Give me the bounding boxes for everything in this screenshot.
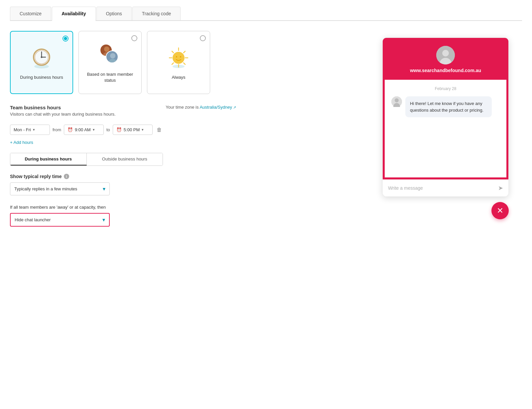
tab-availability[interactable]: Availability [52, 7, 95, 21]
tab-options[interactable]: Options [96, 7, 132, 20]
reply-time-label: Show typical reply time i [10, 174, 236, 179]
timezone-row: Your time zone is Australia/Sydney [166, 105, 236, 110]
chat-bubble: Hi there! Let me know if you have any qu… [405, 96, 492, 117]
chat-input[interactable]: Write a message [388, 185, 498, 191]
sub-tabs: During business hours Outside business h… [10, 153, 163, 166]
timezone-link[interactable]: Australia/Sydney [200, 105, 236, 110]
chat-preview: www.searchandbefound.com.au February 28 … [382, 38, 509, 197]
card-always[interactable]: Always [147, 31, 210, 94]
tabs-bar: Customize Availability Options Tracking … [10, 7, 522, 21]
days-dropdown[interactable]: Mon - Fri ▾ [10, 125, 50, 135]
hide-launcher-arrow: ▾ [102, 217, 105, 223]
card-business-hours-label: During business hours [20, 74, 63, 80]
card-business-hours[interactable]: During business hours [10, 31, 73, 94]
days-dropdown-arrow: ▾ [33, 128, 35, 132]
clock-small-icon: ⏰ [67, 127, 73, 132]
chat-url: www.searchandbefound.com.au [410, 68, 481, 73]
chat-message-row: Hi there! Let me know if you have any qu… [391, 96, 500, 117]
chat-header: www.searchandbefound.com.au [383, 38, 508, 80]
sub-tab-outside[interactable]: Outside business hours [87, 153, 163, 165]
radio-always [200, 35, 206, 41]
business-hours-section: Team business hours Visitors can chat wi… [10, 105, 236, 153]
add-hours-link[interactable]: + Add hours [10, 140, 33, 145]
send-icon[interactable]: ➤ [498, 184, 503, 192]
svg-point-23 [442, 50, 449, 56]
hours-row: Mon - Fri ▾ from ⏰ 9:00 AM ▾ to ⏰ 5:00 P… [10, 125, 236, 135]
away-label: If all team members are 'away' or at cap… [10, 205, 236, 210]
reply-time-info-icon[interactable]: i [64, 174, 69, 179]
reply-time-arrow: ▾ [103, 186, 105, 192]
tab-customize[interactable]: Customize [10, 7, 51, 20]
delete-hours-button[interactable]: 🗑 [155, 126, 163, 134]
to-label: to [106, 127, 110, 132]
left-panel: During business hours [10, 31, 236, 227]
hide-launcher-dropdown[interactable]: Hide chat launcher ▾ [10, 213, 110, 227]
svg-point-6 [104, 47, 109, 52]
chat-body: February 28 Hi there! Let me know if you… [383, 80, 508, 179]
team-status-icon [97, 42, 123, 68]
svg-line-18 [172, 51, 174, 53]
right-panel: www.searchandbefound.com.au February 28 … [256, 31, 522, 227]
tab-tracking-code[interactable]: Tracking code [132, 7, 181, 20]
availability-cards: During business hours [10, 31, 236, 94]
card-always-label: Always [172, 74, 185, 80]
to-time-arrow: ▾ [142, 128, 144, 132]
svg-line-14 [184, 63, 185, 64]
card-team-status-label: Based on team member status [82, 71, 138, 83]
clock-small-icon-2: ⏰ [116, 127, 122, 132]
svg-point-5 [41, 56, 43, 58]
radio-business-hours [63, 36, 68, 42]
from-time-dropdown[interactable]: ⏰ 9:00 AM ▾ [64, 125, 104, 135]
to-time-dropdown[interactable]: ⏰ 5:00 PM ▾ [113, 125, 153, 135]
svg-point-8 [110, 53, 115, 58]
svg-point-19 [173, 52, 185, 64]
chat-input-row: Write a message ➤ [383, 179, 508, 196]
svg-point-9 [108, 59, 117, 63]
svg-point-21 [180, 56, 181, 57]
business-hours-subtitle: Visitors can chat with your team during … [10, 112, 116, 117]
business-hours-title: Team business hours [10, 105, 116, 110]
svg-point-20 [176, 56, 177, 57]
main-layout: During business hours [10, 31, 522, 227]
reply-time-dropdown[interactable]: Typically replies in a few minutes ▾ [10, 182, 110, 195]
chat-date: February 28 [391, 86, 500, 91]
svg-line-16 [172, 63, 174, 64]
chat-msg-avatar [391, 96, 402, 107]
card-team-status[interactable]: Based on team member status [78, 31, 142, 94]
svg-point-26 [395, 98, 399, 102]
from-time-arrow: ▾ [93, 128, 95, 132]
chat-header-avatar [436, 46, 455, 64]
from-label: from [53, 127, 61, 132]
sub-tab-during[interactable]: During business hours [10, 153, 87, 165]
clock-icon [28, 45, 55, 71]
svg-line-12 [184, 51, 185, 53]
radio-team-status [131, 35, 137, 41]
close-button[interactable]: ✕ [491, 202, 509, 219]
always-icon [165, 45, 192, 71]
